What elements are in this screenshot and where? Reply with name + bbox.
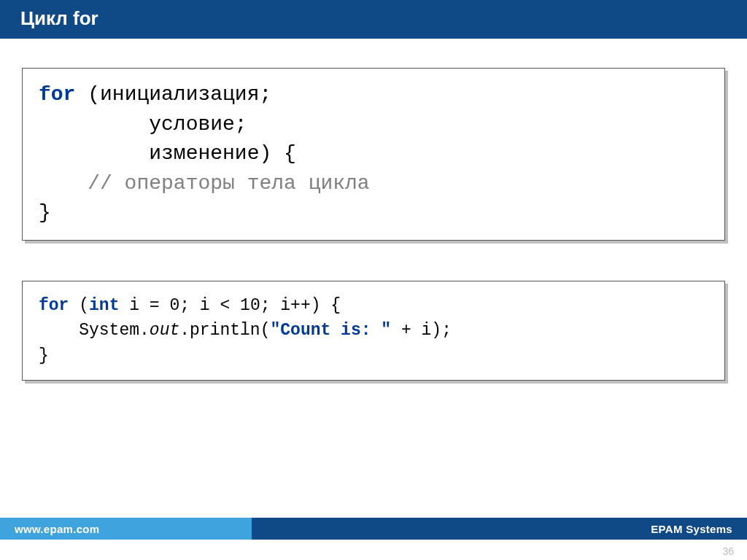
code-text: (инициализация; (75, 83, 271, 106)
slide: Цикл for for (инициализация; условие; из… (0, 0, 747, 560)
code-text: + i); (391, 321, 452, 340)
code-text: ( (69, 296, 89, 315)
keyword-for: for (39, 296, 69, 315)
code-example-box: for (int i = 0; i < 10; i++) { System.ou… (22, 281, 725, 381)
code-syntax-box: for (инициализация; условие; изменение) … (22, 68, 725, 241)
footer-company: EPAM Systems (252, 518, 747, 540)
code-text: .println( (179, 321, 270, 340)
keyword-int: int (89, 296, 119, 315)
code-comment: // операторы тела цикла (39, 172, 370, 195)
code-field-out: out (150, 321, 179, 340)
code-string: "Count is: " (270, 321, 391, 340)
page-number: 36 (722, 545, 734, 557)
code-text: условие; (39, 113, 247, 136)
slide-content: for (инициализация; условие; изменение) … (0, 39, 747, 560)
footer-url: www.epam.com (0, 518, 252, 540)
code-text: } (39, 346, 49, 365)
footer-bar: www.epam.com EPAM Systems (0, 518, 747, 540)
code-text: System. (39, 321, 150, 340)
keyword-for: for (39, 83, 75, 106)
code-text: изменение) { (39, 142, 296, 165)
slide-title: Цикл for (20, 7, 98, 29)
code-text: i = 0; i < 10; i++) { (119, 296, 341, 315)
slide-title-bar: Цикл for (0, 0, 747, 39)
code-text: } (39, 201, 51, 224)
